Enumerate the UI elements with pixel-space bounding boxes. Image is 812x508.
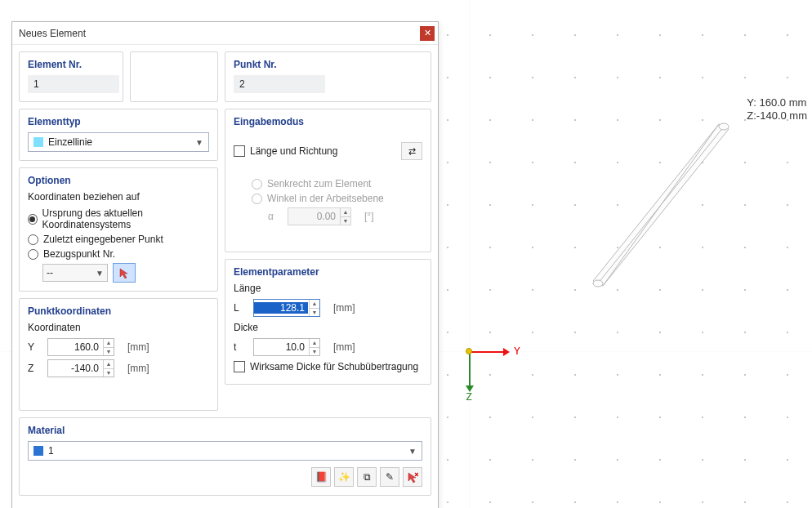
elementtyp-value: Einzellinie bbox=[48, 136, 92, 148]
material-copy-button[interactable]: ⧉ bbox=[357, 467, 377, 487]
punktkoord-sublabel: Koordinaten bbox=[28, 322, 209, 333]
bezugspunkt-select[interactable]: -- ▼ bbox=[42, 264, 108, 282]
chevron-down-icon: ▼ bbox=[408, 447, 417, 456]
copy-icon: ⧉ bbox=[364, 471, 371, 483]
material-library-button[interactable]: 📕 bbox=[311, 467, 331, 487]
chevron-down-icon: ▼ bbox=[96, 269, 104, 278]
punktkoord-label: Punktkoordinaten bbox=[28, 305, 209, 317]
cursor-pick-icon bbox=[118, 267, 130, 279]
svg-point-4 bbox=[593, 280, 603, 287]
l-value: 128.1 bbox=[254, 302, 308, 314]
cursor-delete-icon bbox=[407, 471, 418, 483]
elementparam-label: Elementparameter bbox=[234, 266, 422, 278]
thickness-input[interactable]: 10.0 ▲▼ bbox=[253, 338, 320, 356]
spin-up-icon[interactable]: ▲ bbox=[309, 300, 319, 309]
coord-z-label: Z bbox=[28, 363, 39, 374]
origin-marker-icon bbox=[466, 348, 472, 354]
checkbox-wirksame-dicke-label: Wirksame Dicke für Schubübertragung bbox=[250, 361, 418, 372]
elementtyp-swatch-icon bbox=[33, 137, 43, 147]
spin-down-icon[interactable]: ▼ bbox=[309, 348, 319, 356]
radio-bezugspunkt-label: Bezugspunkt Nr. bbox=[43, 248, 115, 260]
element-shape[interactable] bbox=[588, 123, 735, 297]
close-button[interactable]: ✕ bbox=[420, 26, 435, 41]
spin-down-icon[interactable]: ▼ bbox=[103, 369, 114, 377]
pick-point-button[interactable] bbox=[113, 263, 136, 283]
axis-y-arrow-icon bbox=[503, 348, 510, 356]
coord-y-unit: [mm] bbox=[127, 341, 149, 353]
radio-winkel-label: Winkel in der Arbeitsebene bbox=[267, 193, 384, 204]
t-value: 10.0 bbox=[254, 341, 308, 353]
axis-z-label: Z bbox=[466, 390, 472, 403]
material-value: 1 bbox=[48, 445, 54, 457]
radio-ursprung-label: Ursprung des aktuellen Koordinatensystem… bbox=[42, 207, 209, 230]
radio-winkel bbox=[252, 194, 262, 204]
t-label: t bbox=[234, 341, 245, 353]
coord-y-input[interactable]: 160.0 ▲▼ bbox=[47, 338, 114, 356]
material-swatch-icon bbox=[33, 446, 43, 456]
alpha-unit: [°] bbox=[364, 211, 373, 222]
alpha-label: α bbox=[268, 211, 279, 222]
t-unit: [mm] bbox=[333, 341, 355, 353]
elementtyp-label: Elementtyp bbox=[28, 116, 209, 127]
edit-icon: ✎ bbox=[386, 471, 394, 483]
optionen-sublabel: Koordinaten beziehen auf bbox=[28, 191, 209, 203]
coord-z-value: -140.0 bbox=[48, 363, 102, 374]
titlebar[interactable]: Neues Element ✕ bbox=[12, 22, 438, 45]
spin-down-icon[interactable]: ▼ bbox=[309, 309, 319, 317]
alpha-value: 0.00 bbox=[288, 211, 339, 222]
checkbox-laenge-richtung-label: Länge und Richtung bbox=[250, 145, 337, 157]
new-element-dialog: Neues Element ✕ Element Nr. 1 Punkt Nr. … bbox=[11, 21, 439, 508]
material-edit-button[interactable]: ✎ bbox=[380, 467, 399, 487]
radio-senkrecht bbox=[252, 179, 262, 189]
element-nr-value[interactable]: 1 bbox=[28, 75, 119, 93]
element-nr-label: Element Nr. bbox=[28, 59, 114, 70]
spin-up-icon[interactable]: ▲ bbox=[103, 360, 114, 369]
optionen-label: Optionen bbox=[28, 175, 209, 186]
coord-y-label: Y bbox=[28, 341, 39, 353]
axis-vertical-line bbox=[469, 0, 470, 508]
checkbox-laenge-richtung[interactable] bbox=[234, 145, 245, 157]
bezugspunkt-value: -- bbox=[47, 267, 53, 279]
material-delete-button[interactable] bbox=[403, 467, 422, 487]
radio-zuletzt[interactable] bbox=[28, 234, 38, 245]
swap-arrows-icon: ⇄ bbox=[408, 146, 416, 157]
punkt-nr-value[interactable]: 2 bbox=[234, 75, 325, 93]
coord-z-unit: [mm] bbox=[127, 363, 149, 374]
axis-z-line bbox=[469, 351, 471, 385]
svg-line-2 bbox=[598, 127, 724, 283]
l-label: L bbox=[234, 302, 245, 314]
swap-direction-button[interactable]: ⇄ bbox=[401, 142, 422, 160]
new-material-icon: ✨ bbox=[338, 471, 350, 483]
material-select[interactable]: 1 ▼ bbox=[28, 441, 422, 461]
spin-up-icon[interactable]: ▲ bbox=[103, 339, 114, 348]
coord-z-input[interactable]: -140.0 ▲▼ bbox=[47, 359, 114, 377]
coordinate-readout: Y: 160.0 mm Z:-140.0 mm bbox=[747, 96, 807, 123]
material-new-button[interactable]: ✨ bbox=[334, 467, 354, 487]
dicke-label: Dicke bbox=[234, 322, 422, 333]
spin-down-icon[interactable]: ▼ bbox=[103, 348, 114, 356]
dialog-title: Neues Element bbox=[19, 28, 420, 39]
spin-down-icon: ▼ bbox=[340, 217, 350, 225]
alpha-input: 0.00 ▲▼ bbox=[288, 207, 351, 225]
length-input[interactable]: 128.1 ▲▼ bbox=[253, 299, 320, 317]
chevron-down-icon: ▼ bbox=[195, 138, 203, 147]
radio-bezugspunkt[interactable] bbox=[28, 249, 38, 260]
radio-ursprung[interactable] bbox=[28, 214, 38, 225]
spin-up-icon[interactable]: ▲ bbox=[309, 339, 319, 348]
elementtyp-select[interactable]: Einzellinie ▼ bbox=[28, 132, 209, 152]
coord-y-value: 160.0 bbox=[48, 341, 102, 353]
l-unit: [mm] bbox=[333, 302, 355, 314]
material-label: Material bbox=[28, 425, 422, 436]
svg-point-3 bbox=[719, 123, 729, 130]
radio-senkrecht-label: Senkrecht zum Element bbox=[267, 178, 371, 189]
readout-z: Z:-140.0 mm bbox=[747, 109, 807, 123]
close-icon: ✕ bbox=[424, 28, 431, 38]
readout-y: Y: 160.0 mm bbox=[747, 96, 807, 109]
axis-y-label: Y bbox=[514, 345, 520, 357]
spin-up-icon: ▲ bbox=[340, 208, 350, 217]
radio-zuletzt-label: Zuletzt eingegebener Punkt bbox=[43, 234, 163, 245]
punkt-nr-label: Punkt Nr. bbox=[234, 59, 422, 70]
checkbox-wirksame-dicke[interactable] bbox=[234, 361, 245, 372]
eingabemodus-label: Eingabemodus bbox=[234, 116, 422, 127]
laenge-label: Länge bbox=[234, 283, 422, 294]
